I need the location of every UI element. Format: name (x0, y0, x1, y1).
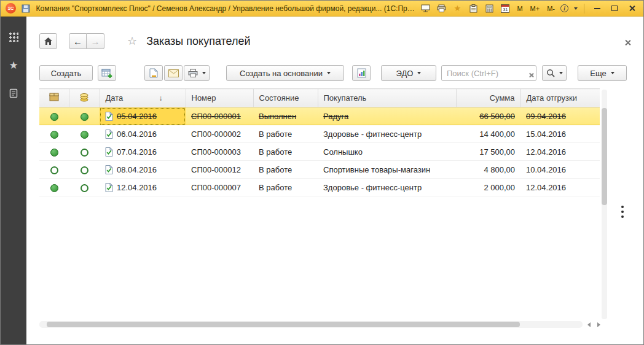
status-cell[interactable]: В работе (253, 143, 318, 161)
document-icon (105, 165, 113, 174)
date-cell[interactable]: 12.04.2016 (100, 179, 186, 196)
more-actions-dots-button[interactable] (620, 202, 625, 222)
customer-column-header[interactable]: Покупатель (318, 89, 456, 107)
memory-m-plus-button[interactable]: М+ (528, 4, 542, 13)
create-button[interactable]: Создать (39, 65, 93, 81)
ship-date-cell[interactable]: 12.04.2016 (520, 179, 600, 196)
scroll-right-button[interactable] (594, 321, 603, 328)
sum-cell[interactable]: 66 500,00 (456, 107, 520, 125)
shipment-status-cell[interactable] (39, 143, 69, 161)
minimize-button[interactable] (591, 3, 604, 14)
report-button[interactable] (352, 65, 371, 81)
ship-date-cell[interactable]: 10.04.2016 (520, 161, 600, 179)
search-input[interactable] (441, 65, 536, 81)
add-favorite-star-icon[interactable]: ☆ (127, 34, 137, 48)
table-row[interactable]: 07.04.2016СП00-000003В работеСолнышко17 … (39, 143, 600, 161)
customer-cell[interactable]: Спортивные товары-магазин (318, 161, 456, 179)
create-document-button[interactable] (98, 65, 116, 81)
status-cell[interactable]: В работе (253, 179, 318, 196)
table-row[interactable]: 12.04.2016СП00-000007В работеЗдоровье - … (39, 179, 600, 196)
customer-cell[interactable]: Здоровье - фитнесс-центр (318, 125, 456, 143)
favorites-star-icon[interactable]: ★ (451, 2, 463, 15)
sum-cell[interactable]: 4 800,00 (456, 161, 520, 179)
coins-icon (79, 93, 89, 102)
print-button[interactable] (184, 65, 210, 81)
calendar-icon[interactable]: 31 (499, 2, 511, 15)
horizontal-scrollbar[interactable] (39, 321, 583, 328)
date-column-header[interactable]: Дата ↓ (100, 89, 186, 107)
ship-date-column-header[interactable]: Дата отгрузки (520, 89, 600, 107)
email-button[interactable] (164, 65, 183, 81)
sidebar-favorites-button[interactable]: ★ (6, 58, 22, 72)
clipboard-icon[interactable] (467, 2, 479, 15)
payment-status-cell[interactable] (69, 161, 100, 179)
page-close-button[interactable] (624, 37, 631, 48)
shipment-status-cell[interactable] (39, 161, 69, 179)
more-button[interactable]: Еще (578, 65, 627, 81)
payment-column-header[interactable] (69, 89, 100, 107)
save-icon[interactable] (20, 2, 32, 15)
payment-status-cell[interactable] (69, 143, 100, 161)
memory-m-button[interactable]: М (515, 4, 524, 13)
status-cell[interactable]: Выполнен (253, 107, 318, 125)
number-cell[interactable]: СП00-000003 (186, 143, 253, 161)
customer-cell[interactable]: Здоровье - фитнесс-центр (318, 179, 456, 196)
edo-button[interactable]: ЭДО (381, 65, 436, 81)
number-cell[interactable]: СП00-000002 (186, 125, 253, 143)
back-button[interactable]: ← (69, 33, 87, 49)
date-cell[interactable]: 06.04.2016 (100, 125, 186, 143)
monitor-icon[interactable] (419, 2, 431, 15)
status-cell[interactable]: В работе (253, 125, 318, 143)
customer-cell[interactable]: Солнышко (318, 143, 456, 161)
number-cell[interactable]: СП00-000012 (186, 161, 253, 179)
ship-date-cell[interactable]: 12.04.2016 (520, 143, 600, 161)
nav-row: ← → ☆ Заказы покупателей (39, 33, 251, 50)
payment-status-cell[interactable] (69, 107, 100, 125)
maximize-button[interactable] (608, 3, 621, 14)
close-button[interactable] (625, 3, 638, 14)
sidebar-menu-button[interactable] (6, 30, 22, 44)
table-row[interactable]: 08.04.2016СП00-000012В работеСпортивные … (39, 161, 600, 179)
scroll-left-button[interactable] (584, 321, 593, 328)
number-column-header[interactable]: Номер (186, 89, 253, 107)
search-clear-button[interactable] (528, 69, 534, 80)
number-cell[interactable]: СП00-000001 (186, 107, 253, 125)
create-based-on-button[interactable]: Создать на основании (226, 65, 344, 81)
shipment-status-icon (50, 131, 58, 139)
table-row[interactable]: 06.04.2016СП00-000002В работеЗдоровье - … (39, 125, 600, 143)
sum-cell[interactable]: 2 000,00 (456, 179, 520, 196)
advanced-search-button[interactable] (542, 65, 567, 81)
forward-button[interactable]: → (87, 33, 104, 49)
ship-date-cell[interactable]: 09.04.2016 (520, 107, 600, 125)
sum-cell[interactable]: 14 400,00 (456, 125, 520, 143)
table-row[interactable]: 05.04.2016СП00-000001ВыполненРадуга66 50… (39, 107, 600, 125)
payment-status-cell[interactable] (69, 179, 100, 196)
date-cell[interactable]: 05.04.2016 (100, 107, 186, 125)
document-icon (105, 183, 113, 192)
document-icon (105, 147, 113, 157)
memory-m-minus-button[interactable]: М- (545, 4, 557, 13)
shipment-status-cell[interactable] (39, 125, 69, 143)
vertical-scrollbar[interactable] (602, 90, 607, 319)
sum-cell[interactable]: 17 500,00 (456, 143, 520, 161)
calculator-icon[interactable] (483, 2, 495, 15)
sum-column-header[interactable]: Сумма (456, 89, 520, 107)
status-cell[interactable]: В работе (253, 161, 318, 179)
date-cell[interactable]: 07.04.2016 (100, 143, 186, 161)
home-button[interactable] (39, 33, 57, 49)
number-cell[interactable]: СП00-000007 (186, 179, 253, 196)
shipment-column-header[interactable] (39, 89, 69, 107)
shipment-status-cell[interactable] (39, 107, 69, 125)
vertical-scrollbar-thumb[interactable] (602, 108, 607, 205)
shipment-status-cell[interactable] (39, 179, 69, 196)
create-copy-button[interactable] (144, 65, 163, 81)
customer-cell[interactable]: Радуга (318, 107, 456, 125)
status-column-header[interactable]: Состояние (253, 89, 318, 107)
ship-date-cell[interactable]: 15.04.2016 (520, 125, 600, 143)
payment-status-cell[interactable] (69, 125, 100, 143)
sidebar-history-button[interactable] (6, 87, 22, 100)
print-icon[interactable] (435, 2, 447, 15)
horizontal-scrollbar-thumb[interactable] (47, 322, 520, 327)
info-menu-button[interactable]: i (560, 4, 578, 12)
date-cell[interactable]: 08.04.2016 (100, 161, 186, 179)
